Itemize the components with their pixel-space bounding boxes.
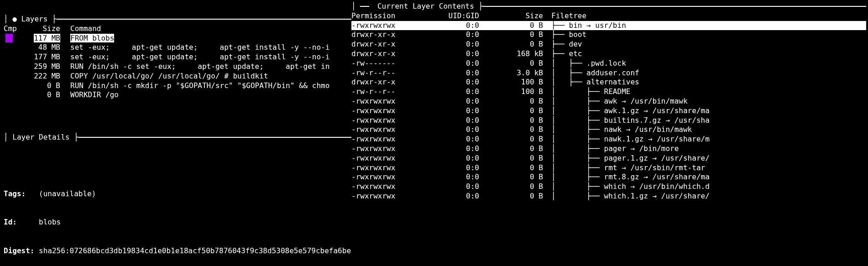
filetree-ugid-cell: 0:0: [415, 40, 493, 49]
filetree-row[interactable]: -rwxrwxrwx0:00 B│ ├── rmt.8.gz → /usr/sh…: [351, 172, 866, 182]
details-digest-line: Digest: sha256:072686bcd3db19834cd1e0b1e…: [4, 246, 351, 256]
filetree-size-cell: 100 B: [493, 87, 551, 97]
details-id-label: Id:: [4, 218, 17, 226]
filetree-size-cell: 0 B: [493, 106, 551, 116]
filetree-size-cell: 0 B: [493, 172, 551, 182]
filetree-row[interactable]: -rwxrwxrwx0:00 B│ ├── awk.1.gz → /usr/sh…: [351, 106, 866, 116]
layer-command-cell: WORKDIR /go: [70, 90, 351, 100]
filetree-row[interactable]: -rwxrwxrwx0:00 B│ ├── awk → /usr/bin/maw…: [351, 97, 866, 106]
filetree-perm-cell: drwxr-xr-x: [351, 78, 415, 87]
filetree-size-cell: 0 B: [493, 192, 551, 201]
filetree-ugid-cell: 0:0: [415, 87, 493, 97]
layer-row[interactable]: 0 BRUN /bin/sh -c mkdir -p "$GOPATH/src"…: [4, 81, 351, 91]
filetree-perm-cell: -rw-r--r--: [351, 68, 415, 78]
details-tags-label: Tags:: [4, 189, 26, 198]
layer-cmp-cell: [4, 90, 23, 100]
filetree-perm-cell: -rwxrwxrwx: [351, 21, 415, 31]
layer-row[interactable]: 0 BWORKDIR /go: [4, 90, 351, 100]
layer-command-cell: RUN /bin/sh -c mkdir -p "$GOPATH/src" "$…: [70, 81, 351, 91]
layer-row[interactable]: 117 MBFROM blobs: [4, 34, 351, 43]
filetree-tree-cell: │ ├── pager.1.gz → /usr/share/: [551, 154, 866, 163]
details-digest-value: sha256:072686bcd3db19834cd1e0b1e18acf50b…: [39, 246, 351, 255]
filetree-ugid-cell: 0:0: [415, 192, 493, 201]
layer-size-cell: 48 MB: [23, 43, 70, 52]
filetree-tree-cell: ├── boot: [551, 30, 866, 40]
filetree-perm-cell: -rwxrwxrwx: [351, 116, 415, 125]
layers-col-command: Command: [70, 24, 351, 34]
details-section-head: │ Layer Details ├: [4, 133, 351, 142]
filetree-row[interactable]: -rwxrwxrwx0:00 B│ ├── which → /usr/bin/w…: [351, 182, 866, 192]
filetree-row[interactable]: -rw-r--r--0:0100 B│ ├── README: [351, 87, 866, 97]
details-digest-label: Digest:: [4, 246, 34, 255]
filetree-tree-cell: │ ├── awk.1.gz → /usr/share/ma: [551, 106, 866, 116]
filetree-perm-cell: drwxr-xr-x: [351, 30, 415, 40]
filetree-row[interactable]: -rw-------0:00 B│ ├── .pwd.lock: [351, 59, 866, 68]
filetree-tree-cell: ├── bin → usr/bin: [551, 21, 866, 31]
filetree-row[interactable]: -rwxrwxrwx0:00 B│ ├── pager → /bin/more: [351, 144, 866, 154]
layers-title: Layers: [21, 15, 48, 24]
filetree-row[interactable]: -rwxrwxrwx0:00 B│ ├── pager.1.gz → /usr/…: [351, 154, 866, 163]
filetree-size-cell: 0 B: [493, 97, 551, 106]
filetree-row[interactable]: drwxr-xr-x0:00 B├── boot: [351, 30, 866, 40]
filetree-row[interactable]: -rwxrwxrwx0:00 B│ ├── nawk.1.gz → /usr/s…: [351, 135, 866, 144]
filetree-tree-cell: ├── etc: [551, 49, 866, 59]
layer-size-cell: 117 MB: [23, 34, 70, 43]
filetree-row[interactable]: -rwxrwxrwx0:00 B│ ├── nawk → /usr/bin/ma…: [351, 125, 866, 135]
layer-command-cell: RUN /bin/sh -c set -eux; apt-get update;…: [70, 62, 351, 72]
layer-row[interactable]: 259 MBRUN /bin/sh -c set -eux; apt-get u…: [4, 62, 351, 72]
layer-row[interactable]: 177 MBset -eux; apt-get update; apt-get …: [4, 52, 351, 62]
filetree-row[interactable]: drwxr-xr-x0:00 B├── dev: [351, 40, 866, 49]
filetree-tree-cell: │ ├── awk → /usr/bin/mawk: [551, 97, 866, 106]
layer-cmp-cell: [4, 81, 23, 91]
layer-size-cell: 0 B: [23, 81, 70, 91]
filetree-size-cell: 0 B: [493, 40, 551, 49]
filetree-ugid-cell: 0:0: [415, 68, 493, 78]
filetree-row[interactable]: -rw-r--r--0:03.0 kB│ ├── adduser.conf: [351, 68, 866, 78]
filetree-row[interactable]: drwxr-xr-x0:0168 kB├── etc: [351, 49, 866, 59]
filetree-row[interactable]: -rwxrwxrwx0:00 B├── bin → usr/bin: [351, 21, 866, 31]
layer-cmp-cell: [4, 34, 23, 43]
filetree-row[interactable]: -rwxrwxrwx0:00 B│ ├── builtins.7.gz → /u…: [351, 116, 866, 125]
filetree-tree-cell: │ ├── builtins.7.gz → /usr/sha: [551, 116, 866, 125]
layer-row[interactable]: 48 MBset -eux; apt-get update; apt-get i…: [4, 43, 351, 52]
layers-table-header: Cmp Size Command: [4, 24, 351, 34]
filetree-perm-cell: -rwxrwxrwx: [351, 125, 415, 135]
filetree-perm-cell: -rw-r--r--: [351, 87, 415, 97]
layers-section-head: │ ● Layers ├: [4, 15, 351, 24]
filetree-tree-cell: │ ├── alternatives: [551, 78, 866, 87]
layer-size-cell: 222 MB: [23, 72, 70, 81]
details-id-value: blobs: [39, 218, 61, 226]
filetree-ugid-cell: 0:0: [415, 78, 493, 87]
filetree-tree-cell: │ ├── which → /usr/bin/which.d: [551, 182, 866, 192]
filetree-ugid-cell: 0:0: [415, 125, 493, 135]
filetree-col-tree: Filetree: [551, 11, 866, 21]
filetree-tree-cell: │ ├── which.1.gz → /usr/share/: [551, 192, 866, 201]
layers-table[interactable]: Cmp Size Command 117 MBFROM blobs48 MBse…: [4, 24, 351, 100]
details-id-line: Id: blobs: [4, 218, 351, 227]
filetree-ugid-cell: 0:0: [415, 116, 493, 125]
filetree-size-cell: 0 B: [493, 116, 551, 125]
filetree-tree-cell: │ ├── nawk.1.gz → /usr/share/m: [551, 135, 866, 144]
filetree-size-cell: 0 B: [493, 21, 551, 31]
layer-command-cell: set -eux; apt-get update; apt-get instal…: [70, 43, 351, 52]
layer-cmp-cell: [4, 43, 23, 52]
details-title: Layer Details: [12, 133, 69, 142]
filetree-perm-cell: drwxr-xr-x: [351, 40, 415, 49]
filetree-perm-cell: -rwxrwxrwx: [351, 144, 415, 154]
cmp-color-badge: [5, 34, 13, 42]
filetree-row[interactable]: drwxr-xr-x0:0100 B│ ├── alternatives: [351, 78, 866, 87]
filetree-row[interactable]: -rwxrwxrwx0:00 B│ ├── which.1.gz → /usr/…: [351, 192, 866, 201]
filetree-tree-cell: ├── dev: [551, 40, 866, 49]
layer-details: │ Layer Details ├ Tags: (unavailable) Id…: [4, 114, 351, 266]
layers-col-size: Size: [23, 24, 70, 34]
filetree-size-cell: 0 B: [493, 135, 551, 144]
filetree-perm-cell: -rwxrwxrwx: [351, 154, 415, 163]
layer-row[interactable]: 222 MBCOPY /usr/local/go/ /usr/local/go/…: [4, 72, 351, 81]
filetree-table[interactable]: Permission UID:GID Size Filetree -rwxrwx…: [351, 11, 866, 201]
filetree-perm-cell: -rwxrwxrwx: [351, 97, 415, 106]
bullet-icon: ●: [12, 15, 21, 24]
filetree-perm-cell: -rwxrwxrwx: [351, 172, 415, 182]
filetree-col-size: Size: [493, 11, 551, 21]
layer-command-cell: FROM blobs: [70, 34, 351, 43]
filetree-row[interactable]: -rwxrwxrwx0:00 B│ ├── rmt → /usr/sbin/rm…: [351, 163, 866, 173]
